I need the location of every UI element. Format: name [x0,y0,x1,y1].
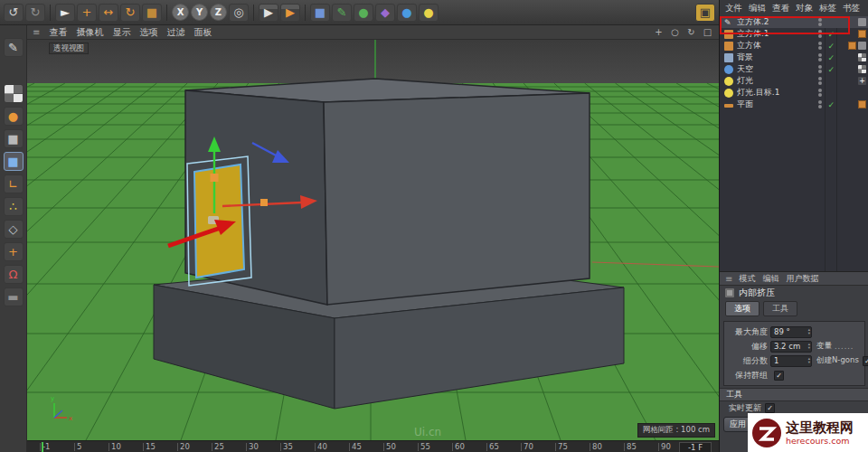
z-axis-lock-icon[interactable]: Z [210,4,227,21]
workplane-mode-icon[interactable]: ∟ [4,174,24,193]
gray-tag-icon[interactable] [858,18,866,26]
field-checkbox[interactable]: ✓ [774,371,784,381]
orange-tag-icon[interactable] [858,30,866,38]
checker-tag-icon[interactable] [858,53,866,61]
interface-palette-icon[interactable]: ▣ [695,4,715,22]
add-deformer-icon[interactable]: ◆ [375,4,395,22]
add-generator-icon[interactable]: ● [354,4,373,22]
panel-handle-icon[interactable]: ≡ [33,27,40,37]
add-light-icon[interactable]: ● [419,4,439,22]
visibility-toggles[interactable] [818,42,822,50]
visibility-toggles[interactable] [818,77,822,85]
lock-workplane-icon[interactable]: ▬ [4,287,24,306]
attr-panel-tab[interactable]: 用户数据 [786,273,818,285]
timeline-tick[interactable]: 15 [143,443,177,451]
points-mode-icon[interactable]: ∴ [4,197,24,216]
gray-tag-icon[interactable] [858,42,866,50]
object-row[interactable]: 天空✓ [720,63,868,75]
y-axis-lock-icon[interactable]: Y [191,4,208,21]
menu-item[interactable]: 选项 [139,26,157,39]
render-dot[interactable] [818,46,822,50]
om-menu-item[interactable]: 书签 [843,3,860,14]
pan-viewport-icon[interactable]: + [653,27,665,37]
enabled-check-icon[interactable]: ✓ [827,100,835,109]
render-dot[interactable] [818,34,822,38]
cube-right-face[interactable] [324,93,590,305]
om-menu-item[interactable]: 标签 [819,3,836,14]
toggle-view-icon[interactable]: □ [702,27,713,37]
orange-tag-icon[interactable] [848,42,856,50]
render-dot[interactable] [818,105,822,108]
timeline-tick[interactable]: 65 [486,443,521,451]
spinner-arrows-icon[interactable]: ▴▾ [808,343,810,350]
paint-mode-icon[interactable]: ● [4,107,24,126]
add-environment-icon[interactable]: ● [397,4,417,22]
enabled-check-icon[interactable]: ✓ [827,53,835,62]
om-menu-item[interactable]: 编辑 [749,3,766,14]
zoom-viewport-icon[interactable]: ○ [669,27,681,37]
redo-icon[interactable]: ↻ [25,4,45,22]
visibility-toggles[interactable] [818,89,822,97]
add-cube-icon[interactable]: ■ [310,4,330,22]
add-spline-icon[interactable]: ✎ [332,4,352,22]
om-menu-item[interactable]: 对象 [796,3,813,14]
timeline-tick[interactable]: 50 [383,443,418,451]
edges-mode-icon[interactable]: ◇ [4,220,24,239]
polygons-mode-icon[interactable]: ■ [4,152,24,171]
make-editable-icon[interactable]: ✎ [4,38,24,57]
timeline-tick[interactable]: -1 [40,443,74,451]
timeline-tick[interactable]: 35 [280,443,315,451]
attr-section-tab[interactable]: 选项 [725,301,760,316]
timeline-ruler[interactable]: -151015202530354045505560657075808590 -1… [27,440,719,452]
visibility-dot[interactable] [818,42,822,45]
enabled-check-icon[interactable]: ✓ [827,42,835,51]
menu-item[interactable]: 显示 [112,26,130,39]
render-view-icon[interactable]: ▶ [259,4,278,22]
timeline-tick[interactable]: 5 [74,443,108,451]
rotate-tool-icon[interactable]: ↻ [120,4,140,22]
render-dot[interactable] [818,81,822,85]
timeline-tick[interactable]: 75 [555,443,590,451]
object-row[interactable]: 灯光+ [720,75,868,87]
om-menu-item[interactable]: 文件 [725,3,742,14]
render-dot[interactable] [818,70,822,73]
field-input[interactable]: 3.2 cm▴▾ [770,341,812,353]
view-label[interactable]: 透视视图 [49,42,89,54]
timeline-tick[interactable]: 60 [452,443,486,451]
last-tool-icon[interactable]: ■ [142,4,162,22]
timeline-tick[interactable]: 55 [418,443,452,451]
visibility-toggles[interactable] [818,100,822,108]
timeline-tick[interactable]: 45 [349,443,383,451]
move-tool-icon[interactable]: + [77,4,97,22]
panel-handle-icon[interactable]: ≡ [725,274,732,284]
visibility-toggles[interactable] [818,53,822,61]
spinner-arrows-icon[interactable]: ▴▾ [808,328,810,335]
scale-tool-icon[interactable]: ↔ [99,4,118,22]
enabled-check-icon[interactable]: ✓ [827,65,835,74]
timeline-tick[interactable]: 10 [108,443,143,451]
timeline-tick[interactable]: 20 [177,443,212,451]
rotate-viewport-icon[interactable]: ↻ [685,27,697,37]
y-scale-handle[interactable] [211,174,219,182]
field-checkbox[interactable]: ✓ [863,356,868,366]
x-scale-handle[interactable] [260,199,268,206]
orange-tag-icon[interactable] [858,100,866,108]
undo-icon[interactable]: ↺ [4,4,24,22]
model-mode-icon[interactable]: ■ [4,129,24,148]
visibility-dot[interactable] [818,65,822,69]
snap-icon[interactable]: Ω [4,265,24,284]
checker-tag-icon[interactable] [858,65,866,73]
menu-item[interactable]: 查看 [49,26,67,39]
object-row[interactable]: 背景✓ [720,52,868,63]
visibility-dot[interactable] [818,89,822,92]
field-input[interactable]: 89 °▴▾ [770,326,812,338]
attr-panel-tab[interactable]: 编辑 [762,273,778,285]
realtime-update-checkbox[interactable]: ✓ [765,403,775,413]
object-row[interactable]: 灯光.目标.1 [720,87,868,99]
current-frame-field[interactable]: -1 F [679,442,712,452]
tool-section-header[interactable]: 工具 [720,388,868,401]
coordinate-system-icon[interactable]: ◎ [229,4,249,22]
attr-panel-tab[interactable]: 模式 [739,273,755,285]
current-frame-marker[interactable] [42,442,43,452]
render-dot[interactable] [818,58,822,61]
